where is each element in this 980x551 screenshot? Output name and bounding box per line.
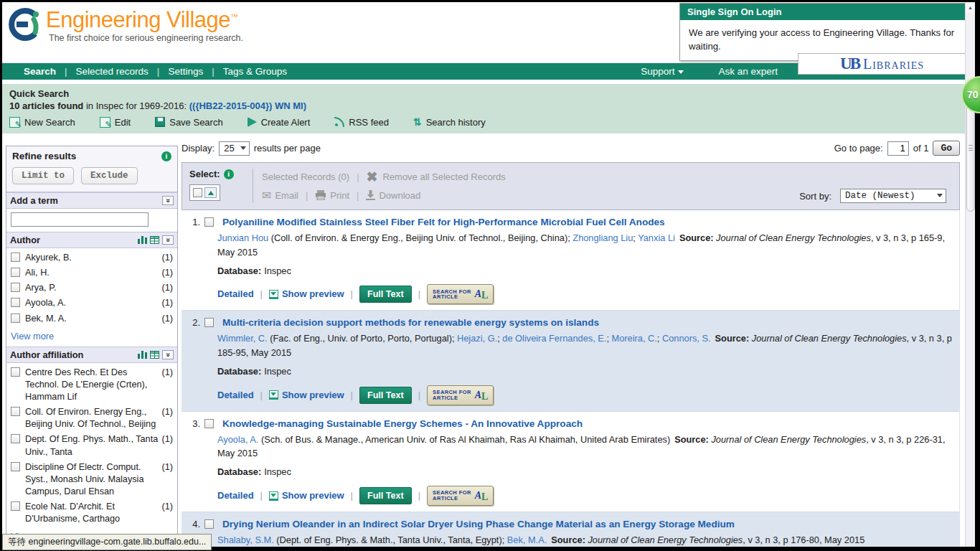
new-search-button[interactable]: New Search xyxy=(9,117,75,128)
result-checkbox[interactable] xyxy=(204,318,214,327)
facet-checkbox[interactable] xyxy=(11,268,20,277)
author-link[interactable]: Bek, M.A. xyxy=(507,534,547,545)
ub-mark: UB xyxy=(840,55,859,73)
result-number: 2. xyxy=(186,317,200,328)
result-title-link[interactable]: Drying Nerium Oleander in an Indirect So… xyxy=(222,519,735,529)
result-title-link[interactable]: Multi-criteria decision support methods … xyxy=(222,317,599,328)
nav-support-menu[interactable]: Support xyxy=(641,66,684,77)
detailed-link[interactable]: Detailed xyxy=(217,489,254,503)
collapse-icon[interactable]: » xyxy=(162,196,174,205)
detailed-link[interactable]: Detailed xyxy=(217,388,254,402)
nav-tab-search[interactable]: Search xyxy=(24,66,56,77)
remove-all-selected-button[interactable]: Remove all Selected Records xyxy=(382,171,505,182)
author-link[interactable]: Connors, S. xyxy=(662,333,711,344)
collapse-icon[interactable]: » xyxy=(162,350,174,359)
show-preview-link[interactable]: Show preview xyxy=(282,388,344,402)
query-link[interactable]: (({HB22-2015-004}) WN MI) xyxy=(189,100,306,111)
result-checkbox[interactable] xyxy=(204,217,214,227)
facet-count: (1) xyxy=(161,252,173,264)
facet-checkbox[interactable] xyxy=(11,367,20,377)
author-link[interactable]: de Oliveira Fernandes, E. xyxy=(502,333,606,344)
bar-chart-icon[interactable] xyxy=(138,236,147,244)
bar-chart-icon[interactable] xyxy=(138,351,147,359)
facet-header-affiliation: Author affiliation » xyxy=(6,347,177,363)
facet-checkbox[interactable] xyxy=(11,462,20,471)
collapse-icon[interactable]: » xyxy=(162,235,174,245)
author-link[interactable]: Yanxia Li xyxy=(638,232,675,243)
result-item: 4. Drying Nerium Oleander in an Indirect… xyxy=(182,512,959,551)
facet-checkbox[interactable] xyxy=(11,314,20,323)
author-link[interactable]: Ayoola, A. xyxy=(217,434,258,445)
full-text-button[interactable]: Full Text xyxy=(359,286,412,303)
select-all-checkbox[interactable] xyxy=(193,188,202,197)
info-icon[interactable]: i xyxy=(161,151,171,161)
nav-tab-settings[interactable]: Settings xyxy=(168,66,203,77)
rss-feed-button[interactable]: RSS feed xyxy=(334,117,389,128)
selected-records-count: Selected Records (0) xyxy=(262,171,349,182)
edit-button[interactable]: Edit xyxy=(100,117,131,128)
facet-checkbox[interactable] xyxy=(11,283,20,292)
email-button[interactable]: Email xyxy=(275,190,298,201)
scroll-up-arrow-icon[interactable]: ▲ xyxy=(966,2,975,13)
print-button[interactable]: Print xyxy=(330,190,349,201)
nav-tab-selected-records[interactable]: Selected records xyxy=(76,66,149,77)
result-title-link[interactable]: Knowledge-managing Sustainable Energy Sc… xyxy=(222,418,583,429)
author-link[interactable]: Wimmler, C. xyxy=(217,333,268,344)
result-item: 1. Polyaniline Modified Stainless Steel … xyxy=(182,210,959,310)
goto-page-input[interactable] xyxy=(887,141,909,156)
search-history-button[interactable]: ⇅Search history xyxy=(413,116,486,128)
author-view-more-link[interactable]: View more xyxy=(11,331,54,342)
search-for-article-button[interactable]: SEARCH FORARTICLE AL xyxy=(427,486,494,506)
nav-ask-expert[interactable]: Ask an expert xyxy=(718,66,778,77)
facet-count: (1) xyxy=(161,433,173,446)
author-link[interactable]: Shalaby, S.M. xyxy=(217,534,274,545)
select-options-button[interactable] xyxy=(204,187,217,198)
quick-search-title: Quick Search xyxy=(9,88,966,99)
author-affiliation: (Coll. of Environ. & Energy Eng., Beijin… xyxy=(268,232,573,243)
facet-checkbox[interactable] xyxy=(11,407,20,416)
print-icon xyxy=(315,190,326,200)
full-text-button[interactable]: Full Text xyxy=(359,387,412,404)
facet-count: (1) xyxy=(161,267,173,279)
result-checkbox[interactable] xyxy=(204,519,214,529)
results-per-page-select[interactable]: 25 xyxy=(219,141,249,156)
show-preview-link[interactable]: Show preview xyxy=(282,287,344,301)
sort-by-select[interactable]: Date (Newest) xyxy=(840,189,946,203)
nav-separator: | xyxy=(157,66,160,77)
nav-separator: | xyxy=(65,66,67,77)
facet-checkbox[interactable] xyxy=(11,501,20,511)
ei-logo-icon xyxy=(7,7,42,42)
full-text-button[interactable]: Full Text xyxy=(359,487,412,504)
limit-to-button[interactable]: Limit to xyxy=(12,167,74,184)
go-button[interactable]: Go xyxy=(933,141,960,156)
facet-item: Discipline Of Electr. Comput. Syst., Mon… xyxy=(11,461,173,498)
result-title-link[interactable]: Polyaniline Modified Stainless Steel Fib… xyxy=(222,217,665,227)
app-logo[interactable]: Engineering Village™ The first choice fo… xyxy=(7,7,243,43)
author-link[interactable]: Zhongliang Liu xyxy=(573,232,633,243)
create-alert-button[interactable]: Create Alert xyxy=(248,117,311,128)
table-view-icon[interactable] xyxy=(150,351,159,359)
search-for-article-button[interactable]: SEARCH FORARTICLE AL xyxy=(427,284,494,304)
facet-count: (1) xyxy=(161,406,173,418)
download-button[interactable]: Download xyxy=(379,190,420,201)
author-link[interactable]: Junxian Hou xyxy=(217,232,268,243)
search-for-article-button[interactable]: SEARCH FORARTICLE AL xyxy=(427,385,494,405)
author-link[interactable]: Hejazi, G. xyxy=(457,333,497,344)
show-preview-link[interactable]: Show preview xyxy=(282,489,344,503)
facet-checkbox[interactable] xyxy=(11,253,20,262)
result-checkbox[interactable] xyxy=(204,419,214,428)
preview-icon xyxy=(269,290,278,299)
nav-tab-tags-groups[interactable]: Tags & Groups xyxy=(223,66,287,77)
exclude-button[interactable]: Exclude xyxy=(81,167,138,184)
detailed-link[interactable]: Detailed xyxy=(217,287,254,301)
table-view-icon[interactable] xyxy=(150,236,159,244)
facet-count: (1) xyxy=(161,282,173,294)
author-link[interactable]: Moreira, C. xyxy=(612,333,657,344)
facet-checkbox[interactable] xyxy=(11,298,20,307)
database-label: Database: xyxy=(217,265,261,276)
save-search-button[interactable]: Save Search xyxy=(155,117,222,128)
sso-popup-title: Single Sign On Login xyxy=(680,4,966,20)
add-term-input[interactable] xyxy=(11,212,149,227)
facet-checkbox[interactable] xyxy=(11,434,20,443)
info-icon[interactable]: i xyxy=(224,169,234,179)
